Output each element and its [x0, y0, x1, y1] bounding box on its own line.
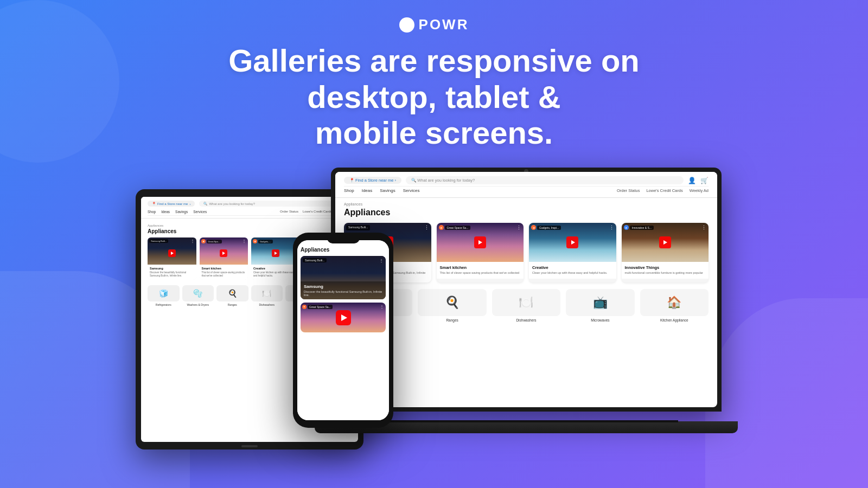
tablet-appliance-refrigerators: 🧊 Refrigerators — [148, 285, 180, 306]
laptop-play-3[interactable] — [566, 236, 578, 248]
laptop-store-btn[interactable]: 📍 Find a Store near me › — [344, 177, 401, 184]
tablet-store-btn[interactable]: 📍 Find a Store near me › — [148, 201, 195, 207]
laptop-video-grid: Samsung Built... ⋮ Samsung Discover the … — [344, 223, 709, 282]
laptop-breadcrumb: Appliances — [344, 202, 709, 206]
laptop-nav-order[interactable]: Order Status — [617, 188, 640, 193]
tablet-video-card-2: ★ Great Space Sa... ⋮ — [200, 237, 248, 280]
phone-play-btn[interactable] — [336, 310, 351, 325]
laptop-appliance-ranges: 🍳 Ranges — [418, 289, 486, 322]
laptop-hinge — [342, 420, 678, 422]
play-btn-1[interactable] — [168, 249, 176, 257]
laptop-video-card-3: ★ Gadgets, Inspi... ⋮ Creative — [529, 223, 616, 282]
phone-featured-card: Samsung Built... ⋮ Samsung Discover the … — [301, 256, 386, 299]
laptop-appliance-microwaves: 📺 Microwaves — [566, 289, 634, 322]
laptop-nav-savings[interactable]: Savings — [380, 188, 395, 193]
laptop-site-icons: 👤 🛒 — [688, 177, 709, 184]
laptop-appliance-dishwashers: 🍽️ Dishwashers — [492, 289, 560, 322]
laptop-video-card-2: ★ Great Space Sa... ⋮ Smart kitchen — [437, 223, 524, 282]
laptop-page-title: Appliances — [344, 208, 709, 217]
tablet-nav-ideas[interactable]: Ideas — [161, 210, 170, 214]
laptop-play-2[interactable] — [474, 236, 486, 248]
phone-notch — [327, 236, 360, 243]
tablet-appliance-ranges: 🍳 Ranges — [216, 285, 248, 306]
tablet-nav-services[interactable]: Services — [193, 210, 207, 214]
tablet-nav-order[interactable]: Order Status — [280, 210, 298, 214]
tablet-video-card-1: Samsung Built... ⋮ Samsung — [148, 237, 196, 280]
tablet-nav-savings[interactable]: Savings — [175, 210, 188, 214]
bg-decoration-topleft — [0, 0, 119, 163]
laptop-nav-weekly[interactable]: Weekly Ad — [690, 188, 709, 193]
laptop-video-card-4: ★ Innovative & S... ⋮ Innovative Things — [622, 223, 709, 282]
laptop-user-icon[interactable]: 👤 — [688, 177, 696, 184]
laptop-search[interactable]: 🔍 What are you looking for today? — [406, 176, 684, 184]
laptop-play-4[interactable] — [659, 236, 671, 248]
main-headline: Galleries are responsive on desktop, tab… — [176, 43, 692, 151]
devices-showcase: 📍 Find a Store near me › 🔍 What are you … — [136, 168, 732, 455]
laptop-nav-credit[interactable]: Lowe's Credit Cards — [646, 188, 682, 193]
laptop-cart-icon[interactable]: 🛒 — [700, 177, 709, 184]
laptop-appliance-grid: 🫧 Washers & Dryers 🍳 Ranges 🍽️ Dishwashe… — [344, 289, 709, 322]
play-btn-3[interactable] — [272, 249, 279, 257]
logo-icon — [399, 17, 414, 33]
phone-device: Appliances Samsung Built... ⋮ Samsung Di… — [293, 233, 393, 428]
laptop-nav-ideas[interactable]: Ideas — [362, 188, 373, 193]
page-header: POWR Galleries are responsive on desktop… — [176, 16, 692, 151]
logo: POWR — [399, 16, 469, 33]
tablet-appliance-washers: 🫧 Washers & Dryers — [182, 285, 214, 306]
tablet-home-button — [241, 445, 258, 447]
laptop-nav-shop[interactable]: Shop — [344, 188, 354, 193]
logo-text: POWR — [419, 16, 469, 33]
tablet-nav-credit[interactable]: Lowe's Credit Cards — [303, 210, 332, 214]
tablet-breadcrumb: Appliances — [148, 222, 352, 228]
tablet-site-header: 📍 Find a Store near me › 🔍 What are you … — [141, 197, 358, 219]
phone-second-card: ★ Great Space Sa... ⋮ — [301, 303, 386, 332]
phone-screen: Appliances Samsung Built... ⋮ Samsung Di… — [297, 240, 389, 420]
tablet-search[interactable]: 🔍 What are you looking for today? — [199, 201, 333, 207]
laptop-appliance-kitchen: 🏠 Kitchen Appliance — [640, 289, 709, 322]
tablet-appliance-dishwashers: 🍽️ Dishwashers — [251, 285, 283, 306]
laptop-site-header: 📍 Find a Store near me › 🔍 What are you … — [335, 172, 717, 198]
laptop-site-menu: Shop Ideas Savings Services Order Status… — [344, 186, 709, 195]
tablet-site-menu: Shop Ideas Savings Services Order Status… — [148, 208, 352, 216]
tablet-nav-shop[interactable]: Shop — [148, 210, 156, 214]
phone-page-title: Appliances — [301, 247, 386, 253]
laptop-nav-services[interactable]: Services — [403, 188, 420, 193]
play-btn-2[interactable] — [220, 249, 227, 257]
